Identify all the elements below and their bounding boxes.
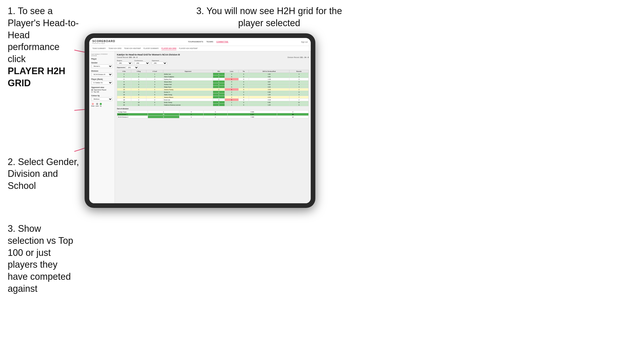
sub-nav: TEAM SUMMARY TEAM H2H GRID TEAM H2H HEAT… [89, 46, 311, 51]
region-filter-label: Region [117, 60, 132, 61]
conference-filter-label: Conference [134, 60, 150, 61]
sub-nav-team-summary[interactable]: TEAM SUMMARY [92, 47, 106, 50]
table-row: 311 Esther Lee 100 1.504 [117, 73, 309, 75]
sub-nav-player-h2h-heatmap[interactable]: PLAYER H2H HEATMAP [179, 47, 198, 50]
out-of-division-table: Foreign Team 100 4.5002 NAIA Division 1 … [117, 110, 309, 118]
region-filter-select[interactable]: (All) [117, 62, 132, 65]
table-row: 1822 Euna Lee 010 -5.002 [117, 99, 309, 101]
colour-by-section: Colour by Win/loss [91, 95, 113, 101]
sign-out-btn[interactable]: Sign out [301, 41, 308, 43]
sub-nav-player-summary[interactable]: PLAYER SUMMARY [144, 47, 159, 50]
legend-up: Up [100, 103, 102, 107]
app-header: SCOREBOARD Powered by clippd TOURNAMENTS… [89, 38, 311, 46]
table-header-row: # Div # Reg # Conf Opponent Win Loss Tie… [117, 70, 309, 73]
radio-top100[interactable]: Top 100 [91, 91, 113, 93]
nav-tournaments[interactable]: TOURNAMENTS [188, 41, 203, 43]
radio-opponents-played[interactable]: Opponents Played [91, 89, 113, 91]
gender-label: Gender [91, 62, 113, 64]
colour-by-select[interactable]: Win/loss [91, 97, 113, 101]
division-select[interactable]: NCAA Division III [91, 73, 113, 76]
out-of-division-body: Foreign Team 100 4.5002 NAIA Division 1 … [117, 111, 309, 118]
chart-subtitle: Overall Record: 353 - 34 - 6 Division Re… [117, 56, 309, 58]
gender-section: Gender Women's [91, 62, 113, 68]
logo-title: SCOREBOARD [92, 40, 115, 43]
table-row: NCAA Division 2 500 7.40010 [117, 116, 309, 118]
player-label: Player [91, 58, 113, 60]
opponent-view-section: Opponent view Opponents Played Top 100 [91, 86, 113, 93]
instruction-3-left: 3. Show selection vs Top 100 or just pla… [8, 223, 79, 295]
sub-nav-team-h2h-grid[interactable]: TEAM H2H GRID [108, 47, 122, 50]
sidebar: Last Updated: 27/03/2024 16:55:38 Player… [89, 51, 115, 203]
legend-level-dot [96, 103, 98, 105]
th-tie: Tie [238, 70, 249, 73]
th-rounds: Rounds [289, 70, 309, 73]
opponents-filter-select[interactable]: (All) [126, 66, 139, 69]
player-rank-section: Player (Rank) 8. Katelyn Vo [91, 78, 113, 84]
table-row: 1613 Jessica Mason 120 -0.947 [117, 96, 309, 99]
instruction-2-text: 2. Select Gender, Division and School [8, 156, 79, 192]
th-diff: Diff Av Strokes/Rnd [249, 70, 289, 73]
th-win: Win [213, 70, 225, 73]
legend-up-dot [100, 103, 102, 105]
td-opponent: Esther Lee [163, 73, 213, 75]
sub-nav-player-h2h-grid[interactable]: PLAYER H2H GRID [162, 47, 177, 50]
legend-up-label: Up [100, 105, 102, 107]
opponent-radio-group: Opponents Played Top 100 [91, 89, 113, 93]
conference-filter-select[interactable]: (All) [134, 62, 150, 65]
table-row: NAIA Division 1 1500 9.26730 [117, 113, 309, 116]
division-section: Division NCAA Division III [91, 70, 113, 76]
table-row: 1474 Eunice Yi 220 0.389 [117, 91, 309, 93]
instruction-2: 2. Select Gender, Division and School [8, 156, 79, 192]
th-opponent: Opponent [163, 70, 213, 73]
legend-level: Level [96, 103, 99, 107]
opponents-label: Opponents: [117, 67, 126, 68]
table-row: 1063 Andrea York 200 4.004 [117, 83, 309, 86]
filter-conference: Conference (All) [134, 60, 150, 65]
opponent-filter-label: Opponent [152, 60, 167, 61]
out-of-division-label: Out of division [117, 108, 309, 110]
instruction-1: 1. To see a Player's Head-to-Head perfor… [8, 5, 79, 89]
out-of-division: Out of division Foreign Team 100 4.5002 … [117, 108, 309, 118]
table-row: Foreign Team 100 4.5002 [117, 111, 309, 113]
legend-down: Down [91, 103, 95, 107]
tablet-screen: SCOREBOARD Powered by clippd TOURNAMENTS… [89, 38, 311, 203]
division-label: Division [91, 70, 113, 72]
overall-record: Overall Record: 353 - 34 - 6 [117, 56, 137, 58]
sub-nav-team-h2h-heatmap[interactable]: TEAM H2H HEATMAP [124, 47, 141, 50]
opponent-filter-select[interactable]: (All) [152, 62, 167, 65]
instructions-panel: 1. To see a Player's Head-to-Head perfor… [0, 0, 87, 308]
opponents-label-row: Opponents: (All) [117, 66, 309, 69]
filters-row: Region (All) Conference (All) Opponent [117, 60, 309, 65]
last-updated: Last Updated: 27/03/2024 16:55:38 [91, 53, 113, 56]
table-row: 19106 Emily Chang 410 0.3011 [117, 101, 309, 104]
table-body: 311 Esther Lee 100 1.504 522 Alexis Sudj… [117, 73, 309, 106]
main-table: # Div # Reg # Conf Opponent Win Loss Tie… [117, 70, 309, 106]
table-row: 914 Sharon Mun 100 3.673 [117, 81, 309, 83]
player-rank-select[interactable]: 8. Katelyn Vo [91, 81, 113, 84]
table-row: 1125 Heejo Hyun 100 3.333 [117, 86, 309, 88]
division-record: Division Record: 331 - 34 - 6 [288, 56, 309, 58]
nav-teams[interactable]: TEAMS [206, 41, 213, 43]
player-rank-label: Player (Rank) [91, 78, 113, 80]
table-row: 1585 Stella Cheng 100 1.254 [117, 93, 309, 96]
instruction-1-bold: PLAYER H2H GRID [8, 65, 79, 89]
filter-opponent: Opponent (All) [152, 60, 167, 65]
chart-title: Katelyn Vo Head-to-Head Grid for Women's… [117, 53, 309, 56]
gender-select[interactable]: Women's [91, 64, 113, 68]
player-section: Player [91, 58, 113, 60]
main-content: Last Updated: 27/03/2024 16:55:38 Player… [89, 51, 311, 203]
instruction-3-right-text: 3. You will now see H2H grid for the pla… [192, 5, 346, 29]
tablet-frame: SCOREBOARD Powered by clippd TOURNAMENTS… [85, 33, 315, 208]
nav-committee[interactable]: COMMITTEE [216, 41, 228, 43]
legend-down-dot [92, 103, 94, 105]
logo-sub: Powered by clippd [92, 43, 115, 44]
main-nav: TOURNAMENTS TEAMS COMMITTEE [188, 41, 228, 43]
colour-by-label: Colour by [91, 95, 113, 97]
table-row: 1311 Jessica Huang 010 -3.002 [117, 88, 309, 91]
legend: Down Level Up [91, 103, 113, 107]
th-conf: # Conf [146, 70, 163, 73]
instruction-1-text: 1. To see a Player's Head-to-Head perfor… [8, 5, 79, 65]
radio-dot-opponents [91, 89, 93, 91]
th-loss: Loss [225, 70, 239, 73]
radio-label-opponents: Opponents Played [94, 89, 106, 91]
